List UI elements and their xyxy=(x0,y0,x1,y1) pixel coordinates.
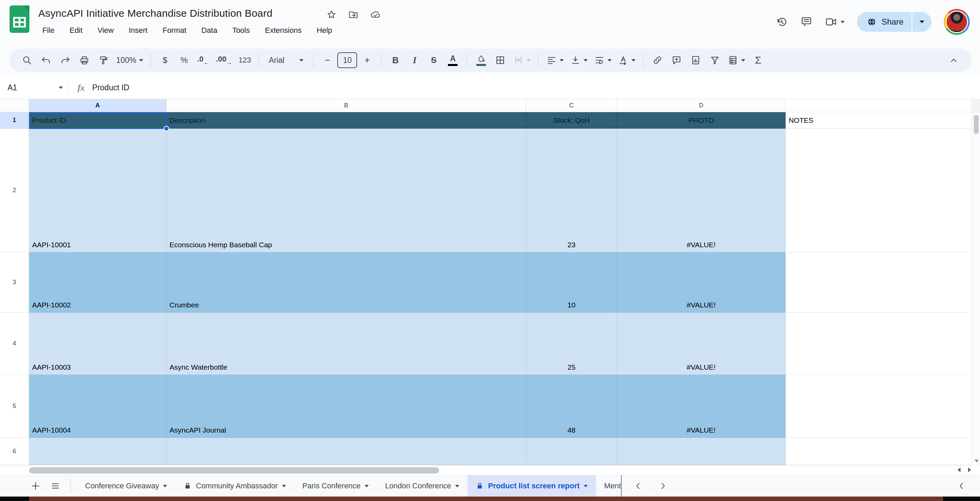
cell-c6[interactable] xyxy=(526,438,617,465)
cell-a2[interactable]: AAPI-10001 xyxy=(29,129,166,252)
user-avatar[interactable] xyxy=(944,9,970,35)
cell-c1[interactable]: Stock: QoH xyxy=(526,112,617,129)
version-history-icon[interactable] xyxy=(776,16,788,28)
vertical-scroll-thumb[interactable] xyxy=(974,115,978,134)
move-folder-icon[interactable] xyxy=(348,10,358,20)
text-rotation-button[interactable] xyxy=(615,51,638,70)
hide-menus-button[interactable] xyxy=(945,51,963,70)
cell-b3[interactable]: Crumbee xyxy=(166,252,526,313)
cell-d5[interactable]: #VALUE! xyxy=(617,375,786,438)
font-size-input[interactable]: 10 xyxy=(337,52,357,68)
decrease-decimal-button[interactable]: .0← xyxy=(194,51,213,70)
star-icon[interactable] xyxy=(326,10,337,20)
meet-button[interactable] xyxy=(825,16,845,28)
increase-font-size-button[interactable]: + xyxy=(358,51,376,70)
tabs-next-icon[interactable] xyxy=(658,481,668,491)
menu-view[interactable]: View xyxy=(93,25,118,36)
column-header-c[interactable]: C xyxy=(526,99,617,112)
format-percent-button[interactable]: % xyxy=(175,51,193,70)
cell-b2[interactable]: Econscious Hemp Baseball Cap xyxy=(166,129,526,252)
text-color-button[interactable]: A xyxy=(444,51,462,70)
cell-a4[interactable]: AAPI-10003 xyxy=(29,313,166,375)
tab-paris-conference[interactable]: Paris Conference xyxy=(294,475,377,496)
scroll-right-icon[interactable] xyxy=(968,467,971,472)
merge-cells-button[interactable] xyxy=(510,51,533,70)
row-header-5[interactable]: 5 xyxy=(0,375,29,438)
format-currency-button[interactable]: $ xyxy=(156,51,174,70)
menu-extensions[interactable]: Extensions xyxy=(261,25,306,36)
functions-button[interactable]: Σ xyxy=(749,51,767,70)
cell-e5[interactable] xyxy=(786,375,972,438)
column-header-a[interactable]: A xyxy=(29,99,166,112)
column-header-d[interactable]: D xyxy=(617,99,786,112)
search-menus-button[interactable] xyxy=(18,51,36,70)
tab-ment-truncated[interactable]: Ment xyxy=(596,475,622,496)
tab-conference-giveaway[interactable]: Conference Giveaway xyxy=(77,475,175,496)
undo-button[interactable] xyxy=(37,51,56,70)
menu-edit[interactable]: Edit xyxy=(65,25,86,36)
tab-london-conference[interactable]: London Conference xyxy=(377,475,468,496)
cell-d4[interactable]: #VALUE! xyxy=(617,313,786,375)
menu-help[interactable]: Help xyxy=(313,25,336,36)
menu-insert[interactable]: Insert xyxy=(125,25,152,36)
formula-input[interactable]: Product ID xyxy=(92,83,129,93)
cell-e6[interactable] xyxy=(786,438,972,465)
row-header-3[interactable]: 3 xyxy=(0,252,29,313)
share-dropdown[interactable] xyxy=(912,12,931,32)
font-select[interactable]: Arial xyxy=(264,51,308,70)
meet-caret-icon[interactable] xyxy=(841,21,845,23)
insert-chart-button[interactable] xyxy=(686,51,705,70)
menu-file[interactable]: File xyxy=(38,25,59,36)
comments-icon[interactable] xyxy=(800,16,813,28)
cell-e3[interactable] xyxy=(786,252,972,313)
insert-comment-button[interactable] xyxy=(667,51,686,70)
zoom-select[interactable]: 100% xyxy=(113,51,146,70)
chevron-left-icon[interactable] xyxy=(957,481,966,491)
paint-format-button[interactable] xyxy=(94,51,113,70)
horizontal-align-button[interactable] xyxy=(543,51,566,70)
share-main[interactable]: Share xyxy=(857,12,912,32)
share-button[interactable]: Share xyxy=(857,12,931,32)
cell-e2[interactable] xyxy=(786,129,972,252)
more-formats-button[interactable]: 123 xyxy=(235,51,254,70)
document-title[interactable]: AsyncAPI Initiative Merchandise Distribu… xyxy=(38,8,272,19)
all-sheets-icon[interactable] xyxy=(50,480,61,491)
column-header-b[interactable]: B xyxy=(166,99,526,112)
cell-d2[interactable]: #VALUE! xyxy=(617,129,786,252)
cell-c2[interactable]: 23 xyxy=(526,129,617,252)
cell-a3[interactable]: AAPI-10002 xyxy=(29,252,166,313)
column-header-e[interactable] xyxy=(786,99,972,112)
tab-product-list-screen-report[interactable]: Product list screen report xyxy=(468,475,596,496)
cell-c5[interactable]: 48 xyxy=(526,375,617,438)
tabs-previous-icon[interactable] xyxy=(633,481,643,491)
cell-b6[interactable] xyxy=(166,438,526,465)
decrease-font-size-button[interactable]: − xyxy=(318,51,337,70)
horizontal-scrollbar[interactable] xyxy=(0,465,980,475)
strikethrough-button[interactable]: S xyxy=(425,51,443,70)
row-header-6[interactable]: 6 xyxy=(0,438,29,465)
cloud-status-icon[interactable] xyxy=(370,10,380,20)
menu-tools[interactable]: Tools xyxy=(228,25,254,36)
menu-format[interactable]: Format xyxy=(159,25,191,36)
fill-color-button[interactable] xyxy=(472,51,490,70)
cell-c4[interactable]: 25 xyxy=(526,313,617,375)
vertical-scrollbar[interactable] xyxy=(972,99,980,465)
cell-b1[interactable]: Description xyxy=(166,112,526,129)
cell-d3[interactable]: #VALUE! xyxy=(617,252,786,313)
cell-a1[interactable]: Product ID xyxy=(29,112,166,129)
cell-b5[interactable]: AsyncAPI Journal xyxy=(166,375,526,438)
cell-b4[interactable]: Async Waterbottle xyxy=(166,313,526,375)
borders-button[interactable] xyxy=(491,51,509,70)
cell-c3[interactable]: 10 xyxy=(526,252,617,313)
horizontal-scroll-thumb[interactable] xyxy=(29,467,439,474)
cell-a6[interactable] xyxy=(29,438,166,465)
create-filter-button[interactable] xyxy=(706,51,724,70)
row-header-4[interactable]: 4 xyxy=(0,313,29,375)
insert-link-button[interactable] xyxy=(648,51,667,70)
sheets-logo-icon[interactable] xyxy=(10,5,29,33)
italic-button[interactable]: I xyxy=(405,51,424,70)
scroll-down-icon[interactable] xyxy=(975,460,978,462)
text-wrap-button[interactable] xyxy=(591,51,614,70)
name-box-caret-icon[interactable] xyxy=(59,86,63,89)
cell-e4[interactable] xyxy=(786,313,972,375)
